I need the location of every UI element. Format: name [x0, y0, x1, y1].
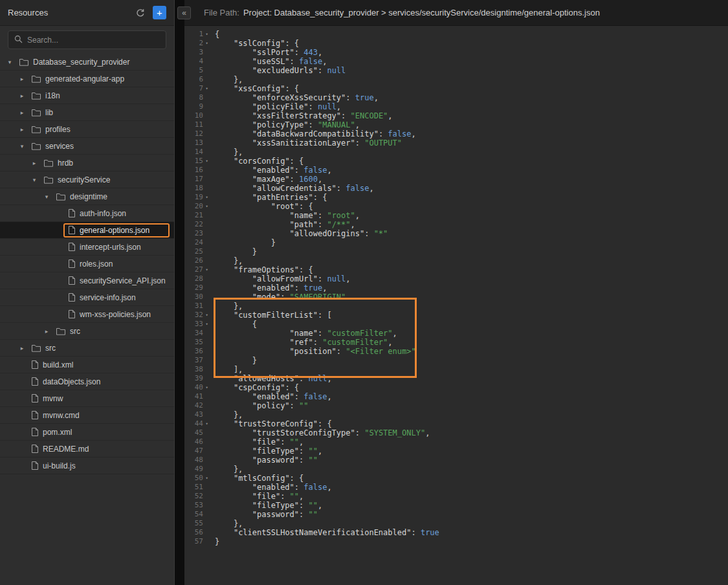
code-line[interactable]: { [215, 320, 728, 329]
code-line[interactable]: "position": "<Filter enum>" [215, 347, 728, 356]
fold-toggle-icon[interactable]: ▾ [203, 311, 210, 320]
fold-toggle-icon[interactable]: ▾ [203, 39, 210, 48]
code-line[interactable]: }, [215, 519, 728, 528]
tree-folder-generated-angular-app[interactable]: ▸generated-angular-app [0, 71, 174, 87]
refresh-icon[interactable] [136, 8, 145, 17]
code-line[interactable]: "enabled": false, [215, 166, 728, 175]
collapse-sidebar-button[interactable]: « [177, 6, 191, 19]
code-line[interactable]: "xssFilterStrategy": "ENCODE", [215, 111, 728, 120]
caret-right-icon[interactable]: ▸ [42, 328, 51, 335]
tree-folder-i18n[interactable]: ▸i18n [0, 87, 174, 104]
tree-folder-hrdb[interactable]: ▸hrdb [0, 155, 174, 171]
tree-folder-lib[interactable]: ▸lib [0, 104, 174, 121]
fold-toggle-icon[interactable]: ▾ [203, 383, 210, 392]
fold-toggle-icon[interactable]: ▾ [203, 265, 210, 274]
tree-file-mvnw-cmd[interactable]: mvnw.cmd [0, 407, 174, 424]
tree-file-service-info-json[interactable]: service-info.json [0, 289, 174, 306]
code-line[interactable]: "clientSSLHostNameVerificationEnabled": … [215, 528, 728, 537]
code-line[interactable]: }, [215, 302, 728, 311]
code-line[interactable]: "mode": "SAMEORIGIN" [215, 292, 728, 302]
tree-folder-src[interactable]: ▸src [0, 323, 174, 340]
code-line[interactable]: "allowedHosts": null, [215, 374, 728, 383]
code-line[interactable]: ], [215, 365, 728, 374]
code-line[interactable]: "enabled": true, [215, 283, 728, 292]
caret-down-icon[interactable]: ▾ [42, 193, 51, 200]
code-line[interactable]: "ref": "customFilter", [215, 338, 728, 347]
code-line[interactable]: "allowFromUrl": null, [215, 274, 728, 283]
code-line[interactable]: "enabled": false, [215, 483, 728, 492]
code-line[interactable]: } [215, 247, 728, 256]
code-line[interactable]: "useSSL": false, [215, 57, 728, 66]
code-line[interactable]: "xssSanitizationLayer": "OUTPUT" [215, 138, 728, 148]
caret-down-icon[interactable]: ▾ [5, 59, 14, 65]
code-line[interactable]: "customFilterList": [ [215, 311, 728, 320]
tree-file-wm-xss-policies-json[interactable]: wm-xss-policies.json [0, 306, 174, 323]
tree-folder-src[interactable]: ▸src [0, 340, 174, 357]
code-line[interactable]: }, [215, 410, 728, 419]
tree-folder-profiles[interactable]: ▸profiles [0, 121, 174, 138]
code-line[interactable]: "cspConfig": { [215, 383, 728, 392]
caret-right-icon[interactable]: ▸ [17, 76, 27, 82]
tree-file-intercept-urls-json[interactable]: intercept-urls.json [0, 239, 174, 256]
fold-toggle-icon[interactable]: ▾ [203, 30, 210, 39]
tree-folder-database-security-provider[interactable]: ▾Database_security_provider [0, 54, 174, 71]
fold-toggle-icon[interactable]: ▾ [203, 320, 210, 329]
code-line[interactable]: "file": "", [215, 437, 728, 447]
fold-toggle-icon[interactable]: ▾ [203, 419, 210, 428]
code-line[interactable]: } [215, 238, 728, 247]
code-line[interactable]: "password": "" [215, 456, 728, 465]
panel-divider[interactable] [175, 0, 184, 585]
code-line[interactable]: "sslPort": 443, [215, 48, 728, 57]
code-line[interactable]: "policy": "" [215, 401, 728, 410]
code-line[interactable]: "fileType": "", [215, 501, 728, 510]
code-line[interactable]: "allowCredentials": false, [215, 184, 728, 193]
code-line[interactable]: } [215, 537, 728, 546]
code-line[interactable]: } [215, 356, 728, 365]
code-line[interactable]: "password": "" [215, 510, 728, 519]
code-line[interactable]: "corsConfig": { [215, 157, 728, 166]
code-line[interactable]: "trustStoreConfigType": "SYSTEM_ONLY", [215, 428, 728, 437]
code-line[interactable]: }, [215, 75, 728, 84]
fold-toggle-icon[interactable]: ▾ [203, 157, 210, 166]
code-line[interactable]: "enabled": false, [215, 392, 728, 401]
code-line[interactable]: "sslConfig": { [215, 39, 728, 48]
tree-file-readme-md[interactable]: README.md [0, 441, 174, 458]
code-line[interactable]: "name": "customFilter", [215, 329, 728, 338]
code-line[interactable]: "frameOptions": { [215, 265, 728, 274]
tree-folder-securityservice[interactable]: ▾securityService [0, 171, 174, 188]
code-line[interactable]: "xssConfig": { [215, 84, 728, 93]
code-line[interactable]: "pathEntries": { [215, 193, 728, 202]
caret-right-icon[interactable]: ▸ [17, 126, 27, 133]
code-line[interactable]: }, [215, 465, 728, 474]
code-line[interactable]: "name": "root", [215, 211, 728, 220]
caret-down-icon[interactable]: ▾ [30, 177, 39, 183]
code-line[interactable]: "path": "/**", [215, 220, 728, 229]
tree-folder-designtime[interactable]: ▾designtime [0, 188, 174, 205]
add-resource-button[interactable]: + [153, 6, 166, 19]
tree-file-auth-info-json[interactable]: auth-info.json [0, 205, 174, 222]
code-line[interactable]: "mtlsConfig": { [215, 474, 728, 483]
code-line[interactable]: "file": "", [215, 492, 728, 501]
tree-file-securityservice-api-json[interactable]: securityService_API.json [0, 272, 174, 289]
code-line[interactable]: "excludedUrls": null [215, 66, 728, 75]
code-line[interactable]: }, [215, 148, 728, 157]
tree-file-roles-json[interactable]: roles.json [0, 256, 174, 272]
fold-toggle-icon[interactable]: ▾ [203, 84, 210, 93]
code-content[interactable]: { "sslConfig": { "sslPort": 443, "useSSL… [211, 26, 728, 585]
code-line[interactable]: { [215, 30, 728, 39]
code-line[interactable]: "enforceXssSecurity": true, [215, 93, 728, 102]
tree-file-pom-xml[interactable]: pom.xml [0, 424, 174, 441]
code-line[interactable]: }, [215, 256, 728, 265]
code-line[interactable]: "dataBackwardCompatibility": false, [215, 129, 728, 138]
tree-file-build-xml[interactable]: build.xml [0, 357, 174, 373]
caret-down-icon[interactable]: ▾ [17, 143, 27, 149]
caret-right-icon[interactable]: ▸ [17, 109, 27, 116]
search-input[interactable] [27, 36, 160, 45]
code-line[interactable]: "trustStoreConfig": { [215, 419, 728, 428]
tree-file-dataobjects-json[interactable]: dataObjects.json [0, 373, 174, 390]
tree-folder-services[interactable]: ▾services [0, 138, 174, 155]
tree-file-general-options-json[interactable]: general-options.json [0, 222, 174, 239]
code-line[interactable]: "policyFile": null, [215, 102, 728, 111]
tree-file-mvnw[interactable]: mvnw [0, 390, 174, 407]
code-line[interactable]: "maxAge": 1600, [215, 175, 728, 184]
